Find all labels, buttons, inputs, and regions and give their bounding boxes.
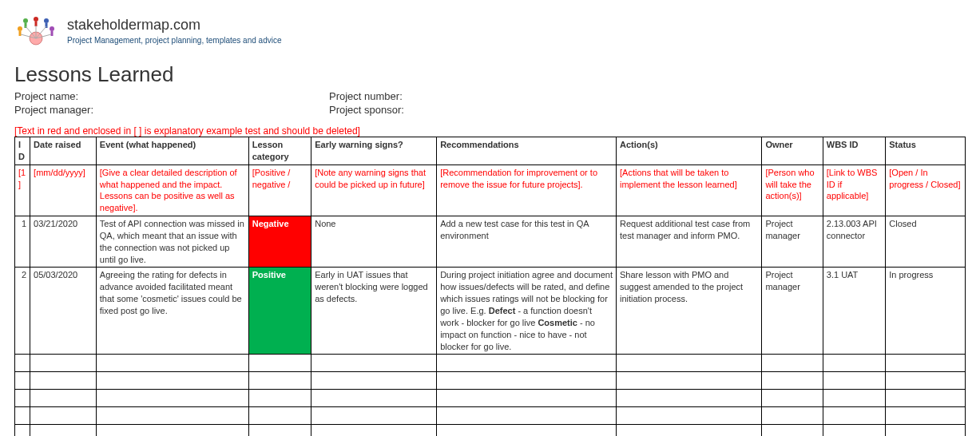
empty-cell — [311, 372, 437, 390]
empty-cell — [311, 425, 437, 436]
empty-cell — [617, 355, 762, 372]
meta-row-2: Project manager: Project sponsor: — [14, 104, 966, 116]
project-manager-label: Project manager: — [14, 104, 329, 116]
table-row-empty — [15, 425, 966, 436]
empty-cell — [96, 390, 248, 407]
cell-early: None — [311, 216, 437, 268]
cell-wbs: 2.13.003 API connector — [823, 216, 885, 268]
table-header-row: ID Date raised Event (what happened) Les… — [15, 137, 966, 165]
cell-wbs: 3.1 UAT — [823, 268, 885, 355]
col-wbs: WBS ID — [823, 137, 885, 165]
col-action: Action(s) — [617, 137, 762, 165]
cell-action: Request additional test case from test m… — [617, 216, 762, 268]
cell-id: 2 — [15, 268, 30, 355]
empty-cell — [823, 372, 885, 390]
empty-cell — [886, 425, 966, 436]
empty-cell — [617, 372, 762, 390]
empty-cell — [30, 372, 97, 390]
empty-cell — [886, 355, 966, 372]
cell-owner: Project manager — [762, 216, 823, 268]
brand-name: stakeholdermap.com — [67, 17, 282, 34]
svg-rect-8 — [19, 31, 22, 36]
col-id: ID — [15, 137, 30, 165]
empty-cell — [311, 390, 437, 407]
hint-status: [Open / In progress / Closed] — [886, 164, 966, 216]
cell-category: Positive — [248, 268, 311, 355]
table-row: 103/21/2020Test of API connection was mi… — [15, 216, 966, 268]
col-date: Date raised — [30, 137, 97, 165]
cell-rec: Add a new test case for this test in QA … — [437, 216, 617, 268]
svg-point-1 — [23, 18, 28, 23]
empty-cell — [617, 425, 762, 436]
hint-category: [Positive / negative / — [248, 164, 311, 216]
project-name-label: Project name: — [14, 90, 329, 102]
page-title: Lessons Learned — [14, 62, 966, 87]
col-event: Event (what happened) — [96, 137, 248, 165]
col-rec: Recommendations — [437, 137, 617, 165]
svg-point-3 — [34, 17, 38, 22]
table-body: [1] [mm/dd/yyyy] [Give a clear detailed … — [15, 164, 966, 436]
empty-cell — [762, 372, 823, 390]
empty-cell — [311, 355, 437, 372]
table-row-empty — [15, 407, 966, 425]
empty-cell — [886, 407, 966, 425]
empty-cell — [15, 372, 30, 390]
empty-cell — [823, 390, 885, 407]
empty-cell — [96, 425, 248, 436]
empty-cell — [96, 372, 248, 390]
hint-wbs: [Link to WBS ID if applicable] — [823, 164, 885, 216]
hint-event: [Give a clear detailed description of wh… — [96, 164, 248, 216]
table-row: 205/03/2020Agreeing the rating for defec… — [15, 268, 966, 355]
empty-cell — [762, 390, 823, 407]
empty-cell — [15, 407, 30, 425]
empty-cell — [617, 407, 762, 425]
svg-point-7 — [18, 26, 22, 31]
cell-date: 05/03/2020 — [30, 268, 97, 355]
empty-cell — [617, 390, 762, 407]
empty-cell — [311, 407, 437, 425]
cell-status: Closed — [886, 216, 966, 268]
empty-cell — [248, 355, 311, 372]
cell-rec: During project initiation agree and docu… — [437, 268, 617, 355]
hint-row: [1] [mm/dd/yyyy] [Give a clear detailed … — [15, 164, 966, 216]
project-sponsor-label: Project sponsor: — [329, 104, 404, 116]
empty-cell — [30, 355, 97, 372]
empty-cell — [437, 372, 617, 390]
empty-cell — [823, 425, 885, 436]
svg-point-9 — [50, 26, 54, 31]
cell-status: In progress — [886, 268, 966, 355]
cell-date: 03/21/2020 — [30, 216, 97, 268]
svg-rect-10 — [51, 31, 54, 36]
header: stakeholdermap.com Project Management, p… — [14, 14, 966, 46]
hint-date: [mm/dd/yyyy] — [30, 164, 97, 216]
project-number-label: Project number: — [329, 90, 403, 102]
col-category: Lesson category — [248, 137, 311, 165]
empty-cell — [886, 372, 966, 390]
table-row-empty — [15, 372, 966, 390]
empty-cell — [96, 355, 248, 372]
hint-id: [1] — [15, 164, 30, 216]
col-early: Early warning signs? — [311, 137, 437, 165]
instruction-text: [Text in red and enclosed in [ ] is expl… — [14, 125, 966, 137]
cell-owner: Project manager — [762, 268, 823, 355]
meta-row-1: Project name: Project number: — [14, 90, 966, 102]
lessons-table: ID Date raised Event (what happened) Les… — [14, 137, 966, 436]
hint-owner: [Person who will take the action(s)] — [762, 164, 823, 216]
empty-cell — [15, 355, 30, 372]
cell-id: 1 — [15, 216, 30, 268]
col-owner: Owner — [762, 137, 823, 165]
hint-early: [Note any warning signs that could be pi… — [311, 164, 437, 216]
empty-cell — [30, 425, 97, 436]
hint-rec: [Recommendation for improvement or to re… — [437, 164, 617, 216]
cell-event: Agreeing the rating for defects in advan… — [96, 268, 248, 355]
brand-tagline: Project Management, project planning, te… — [67, 36, 282, 45]
empty-cell — [96, 407, 248, 425]
empty-cell — [437, 407, 617, 425]
cell-event: Test of API connection was missed in QA,… — [96, 216, 248, 268]
empty-cell — [437, 390, 617, 407]
logo-icon — [14, 14, 58, 46]
empty-cell — [30, 390, 97, 407]
empty-cell — [248, 407, 311, 425]
empty-cell — [248, 372, 311, 390]
empty-cell — [823, 355, 885, 372]
